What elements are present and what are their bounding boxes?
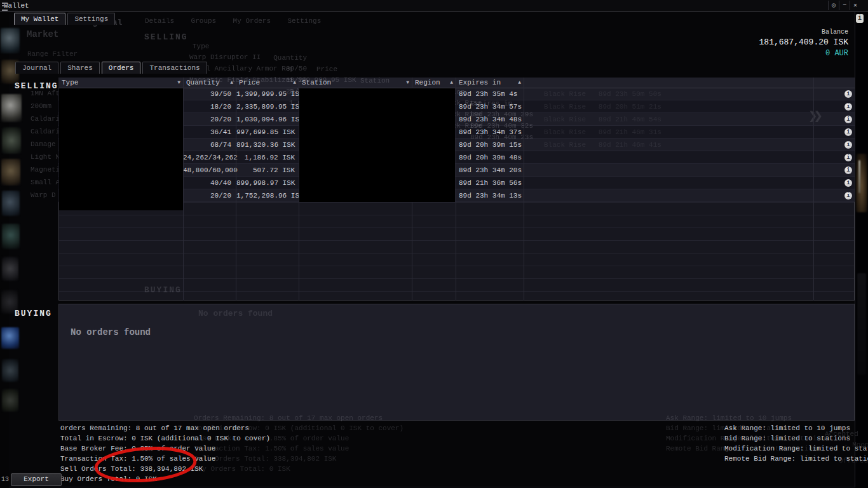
order-info-icon[interactable]: i [844, 116, 852, 123]
summary-broker-fee: Base Broker Fee: 0.85% of order value [60, 445, 215, 453]
neocom-sidebar[interactable] [0, 0, 9, 488]
close-button[interactable]: ✕ [850, 1, 860, 10]
balance-label: Balance [759, 29, 848, 36]
summary-bid-range: Bid Range: limited to stations [724, 435, 850, 443]
order-info-icon[interactable]: i [844, 90, 852, 98]
tab-my-wallet[interactable]: My Wallet [14, 13, 65, 25]
summary-escrow: Total in Escrow: 0 ISK (additional 0 ISK… [60, 435, 270, 443]
game-view-fragment [856, 154, 867, 212]
sort-arrow-icon[interactable]: ▲ [230, 78, 233, 88]
column-header-region[interactable]: Region▲ [412, 78, 456, 88]
column-header-type[interactable]: Type▼ [58, 78, 183, 88]
sort-arrow-icon[interactable]: ▼ [406, 78, 409, 88]
column-divider [524, 78, 524, 301]
summary-ask-range: Ask Range: limited to 10 jumps [724, 424, 850, 433]
column-divider [456, 78, 456, 301]
balance-isk: 181,687,409.20 ISK [759, 37, 848, 47]
buying-section-label: BUYING [15, 309, 52, 318]
column-header-price[interactable]: Price▲ [236, 78, 299, 88]
order-info-icon[interactable]: i [844, 103, 852, 111]
summary-orders-remaining: Orders Remaining: 8 out of 17 max open o… [60, 424, 249, 433]
summary-sell-orders-total: Sell Orders Total: 338,394,802 ISK [60, 465, 203, 473]
order-info-icon[interactable]: i [844, 128, 852, 136]
balance-aur: 0 AUR [759, 49, 848, 58]
order-info-icon[interactable]: i [844, 141, 852, 149]
sort-arrow-icon[interactable]: ▼ [177, 78, 180, 88]
balance-block: Balance 181,687,409.20 ISK 0 AUR [759, 29, 848, 58]
eve-screen: Regional Market Range Filter Details Gro… [0, 0, 868, 488]
pin-window-button[interactable]: ◎ [828, 1, 839, 10]
wallet-subtabbar: Journal Shares Orders Transactions [15, 62, 207, 74]
sell-table-header: Type▼ Quantity▲ Price▲ Station▼ Region▲ … [58, 78, 855, 88]
wallet-tabbar: My Wallet Settings [14, 13, 115, 25]
column-header-quantity[interactable]: Quantity▲ [183, 78, 236, 88]
game-view-fragment [857, 273, 866, 375]
subtab-shares[interactable]: Shares [60, 62, 100, 74]
order-info-icon[interactable]: i [844, 192, 852, 200]
window-info-icon[interactable]: i [856, 14, 864, 23]
sort-arrow-icon[interactable]: ▲ [518, 78, 521, 88]
window-titlebar[interactable]: Wallet ◎ − ✕ [0, 0, 868, 12]
sort-arrow-icon[interactable]: ▲ [450, 78, 453, 88]
column-divider [183, 78, 184, 301]
minimize-button[interactable]: − [839, 1, 850, 10]
tab-settings[interactable]: Settings [67, 13, 115, 25]
column-header-expires[interactable]: Expires in▲ [456, 78, 524, 88]
neocom-clock: 13 [1, 476, 9, 483]
order-info-icon[interactable]: i [844, 154, 852, 161]
subtab-orders[interactable]: Orders [102, 62, 141, 74]
summary-buy-orders-total: Buy Orders Total: 0 ISK [60, 475, 157, 484]
export-button[interactable]: Export [11, 473, 62, 486]
column-divider [236, 78, 236, 301]
sort-arrow-icon[interactable]: ▲ [293, 78, 296, 88]
subtab-journal[interactable]: Journal [15, 62, 58, 74]
column-header-station[interactable]: Station▼ [299, 78, 412, 88]
neocom-menu-icon[interactable] [2, 3, 8, 11]
redaction-box-type-column [59, 88, 183, 210]
buy-orders-panel: No orders found [58, 304, 855, 421]
summary-modification-range: Modification Range: limited to stations [724, 445, 868, 453]
column-divider [813, 78, 814, 301]
subtab-transactions[interactable]: Transactions [142, 62, 207, 74]
game-view-fragment [858, 160, 860, 193]
selling-section-label: SELLING [15, 81, 58, 91]
order-info-icon[interactable]: i [844, 166, 852, 174]
order-info-icon[interactable]: i [844, 179, 852, 187]
summary-transaction-tax: Transaction Tax: 1.50% of sales value [60, 455, 215, 463]
summary-remote-bid-range: Remote Bid Range: limited to stations [724, 455, 868, 463]
no-orders-message: No orders found [71, 327, 151, 337]
redaction-box-station-column [299, 88, 455, 202]
